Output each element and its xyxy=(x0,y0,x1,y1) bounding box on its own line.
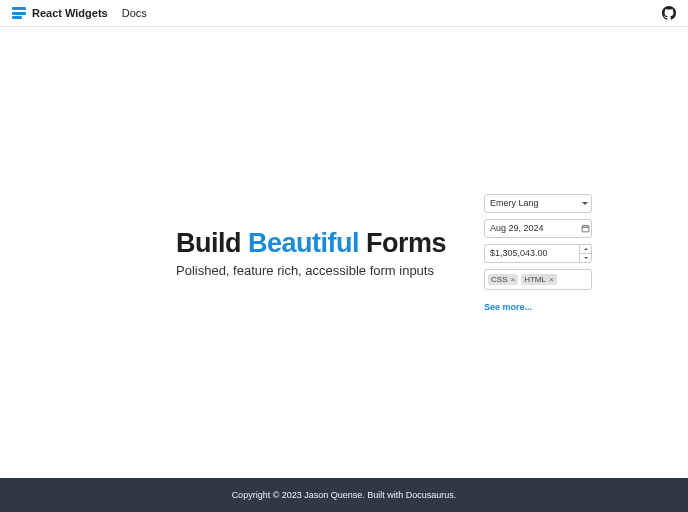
brand-text: React Widgets xyxy=(32,7,108,19)
brand-link[interactable]: React Widgets xyxy=(12,7,108,19)
tag-item: HTML × xyxy=(521,274,556,285)
hero-title: Build Beautiful Forms xyxy=(176,228,446,259)
calendar-toggle[interactable] xyxy=(579,220,591,237)
tag-remove[interactable]: × xyxy=(511,275,516,284)
logo-icon xyxy=(12,7,26,19)
tag-item: CSS × xyxy=(488,274,518,285)
dropdown-toggle[interactable] xyxy=(579,195,591,212)
calendar-icon xyxy=(581,224,590,233)
number-value: $1,305,043.00 xyxy=(485,248,579,258)
tag-label: CSS xyxy=(491,275,507,284)
footer: Copyright © 2023 Jason Quense. Built wit… xyxy=(0,478,688,512)
dropdown-value: Emery Lang xyxy=(485,198,579,208)
number-increment[interactable] xyxy=(580,245,591,254)
navbar: React Widgets Docs xyxy=(0,0,688,27)
hero-title-accent: Beautiful xyxy=(248,228,359,258)
date-value: Aug 29, 2024 xyxy=(485,223,579,233)
tag-label: HTML xyxy=(524,275,546,284)
hero-title-post: Forms xyxy=(359,228,446,258)
chevron-up-icon xyxy=(584,248,588,250)
tag-remove[interactable]: × xyxy=(549,275,554,284)
multiselect-tags: CSS × HTML × xyxy=(485,270,560,289)
widgets-demo: Emery Lang Aug 29, 2024 $1,305,043.00 CS… xyxy=(484,194,592,312)
see-more-link[interactable]: See more... xyxy=(484,302,592,312)
github-icon xyxy=(662,6,676,20)
hero-title-pre: Build xyxy=(176,228,248,258)
hero-text: Build Beautiful Forms Polished, feature … xyxy=(176,228,446,278)
svg-rect-0 xyxy=(582,225,589,231)
number-picker[interactable]: $1,305,043.00 xyxy=(484,244,592,263)
main: Build Beautiful Forms Polished, feature … xyxy=(0,27,688,478)
date-picker[interactable]: Aug 29, 2024 xyxy=(484,219,592,238)
multiselect[interactable]: CSS × HTML × xyxy=(484,269,592,290)
github-link[interactable] xyxy=(662,6,676,20)
nav-docs[interactable]: Docs xyxy=(122,7,147,19)
hero-subtitle: Polished, feature rich, accessible form … xyxy=(176,263,446,278)
number-decrement[interactable] xyxy=(580,254,591,262)
number-spinner xyxy=(579,245,591,262)
chevron-down-icon xyxy=(584,257,588,259)
chevron-down-icon xyxy=(582,202,588,205)
dropdown-list[interactable]: Emery Lang xyxy=(484,194,592,213)
footer-copyright: Copyright © 2023 Jason Quense. Built wit… xyxy=(232,490,457,500)
navbar-left: React Widgets Docs xyxy=(12,7,147,19)
